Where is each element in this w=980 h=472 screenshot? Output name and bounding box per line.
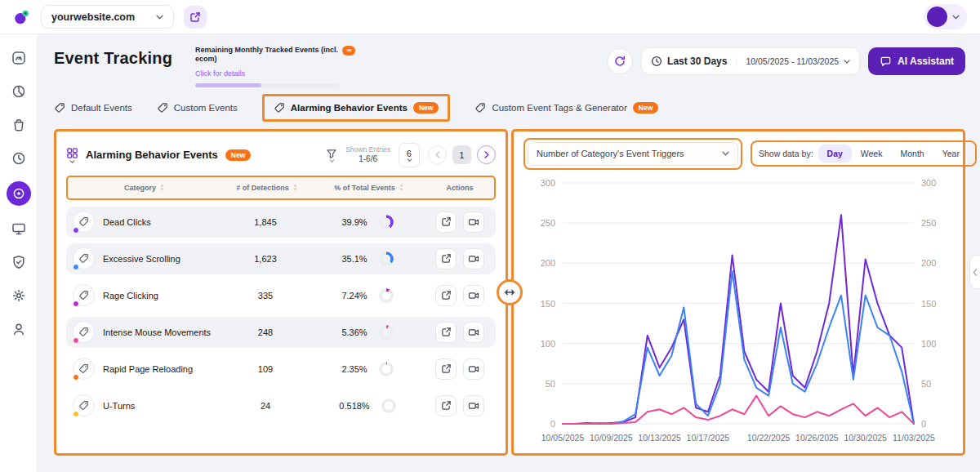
- period-week[interactable]: Week: [852, 145, 892, 163]
- tabs-row: Default Events Custom Events Alarming Be…: [54, 93, 965, 122]
- date-range-value: 10/05/2025 - 11/03/2025: [746, 56, 839, 66]
- tab-label: Custom Events: [174, 103, 238, 113]
- chevron-left-icon: [973, 269, 978, 276]
- next-page-button[interactable]: [477, 145, 496, 164]
- account-menu[interactable]: [924, 4, 967, 29]
- metric-selector-dropdown[interactable]: Number of Category's Event Triggers: [528, 142, 738, 166]
- column-header-of-total-events[interactable]: % of Total Events: [313, 184, 425, 192]
- svg-text:0: 0: [550, 419, 555, 429]
- show-data-by-control: Show data by: DayWeekMonthYear: [751, 140, 977, 167]
- date-range-control: Last 30 Days 10/05/2025 - 11/03/2025: [641, 47, 860, 75]
- dashboard-icon[interactable]: [8, 47, 29, 69]
- date-range-picker[interactable]: 10/05/2025 - 11/03/2025: [736, 56, 859, 66]
- svg-text:10/05/2025: 10/05/2025: [541, 433, 585, 443]
- open-category-events-button[interactable]: [435, 285, 457, 306]
- open-category-events-button[interactable]: [435, 212, 457, 233]
- column-header-category[interactable]: Category: [68, 184, 221, 192]
- svg-text:50: 50: [546, 378, 555, 388]
- column-header-of-detections[interactable]: # of Detections: [221, 184, 313, 192]
- chat-bubble-icon: [880, 56, 892, 68]
- table-row-rapid-page-reloading[interactable]: Rapid Page Reloading 109 2.35%: [66, 354, 496, 385]
- page-size-select[interactable]: 6: [399, 143, 420, 167]
- detections-count: 248: [220, 327, 311, 337]
- video-camera-icon: [468, 253, 479, 265]
- metric-selector-highlight: Number of Category's Event Triggers: [523, 138, 742, 170]
- percent-of-total: 0.518%: [339, 401, 369, 411]
- category-name: U-Turns: [103, 401, 135, 411]
- security-icon[interactable]: [8, 252, 29, 273]
- avatar: [927, 7, 947, 27]
- table-row-excessive-scrolling[interactable]: Excessive Scrolling 1,623 35.1%: [66, 243, 496, 274]
- analytics-icon[interactable]: [8, 81, 29, 102]
- table-row-dead-clicks[interactable]: Dead Clicks 1,845 39.9%: [66, 207, 496, 238]
- percent-of-total: 7.24%: [341, 291, 367, 301]
- site-selector-dropdown[interactable]: yourwebsite.com: [41, 5, 174, 29]
- orders-icon[interactable]: [8, 114, 29, 136]
- svg-text:0: 0: [921, 419, 926, 429]
- collapse-panel-handle[interactable]: [969, 255, 980, 289]
- chevron-down-icon: [722, 151, 729, 156]
- tab-default-events[interactable]: Default Events: [54, 102, 132, 114]
- tab-alarming-behavior-events[interactable]: Alarming Behavior Events New: [262, 94, 451, 122]
- open-category-events-button[interactable]: [435, 358, 457, 380]
- sessions-icon[interactable]: [8, 218, 29, 239]
- filter-button[interactable]: [326, 148, 337, 163]
- view-recordings-button[interactable]: [463, 212, 484, 233]
- period-day[interactable]: Day: [818, 145, 852, 163]
- detections-count: 1,845: [220, 217, 311, 227]
- view-recordings-button[interactable]: [463, 285, 484, 306]
- svg-text:250: 250: [541, 218, 555, 228]
- video-camera-icon: [468, 400, 479, 412]
- open-site-button[interactable]: [184, 6, 207, 29]
- refresh-icon: [613, 55, 626, 68]
- external-link-icon: [441, 253, 452, 264]
- chart-area: 00505010010015015020020025025030030010/0…: [523, 173, 953, 447]
- panel-layout-selector[interactable]: [66, 147, 78, 163]
- category-color-dot: [73, 337, 79, 344]
- period-preset-button[interactable]: Last 30 Days: [642, 56, 736, 67]
- open-category-events-button[interactable]: [435, 395, 457, 416]
- open-category-events-button[interactable]: [435, 322, 457, 343]
- settings-icon[interactable]: [8, 285, 29, 306]
- prev-page-button[interactable]: [428, 145, 447, 164]
- tab-label: Default Events: [71, 103, 132, 113]
- category-color-dot: [73, 264, 79, 270]
- svg-text:10/13/2025: 10/13/2025: [638, 433, 681, 443]
- sort-icon: [159, 184, 165, 191]
- horizontal-arrows-icon: [504, 287, 515, 298]
- show-data-by-label: Show data by:: [759, 149, 813, 158]
- table-row-intense-mouse-movements[interactable]: Intense Mouse Movements 248 5.36%: [66, 317, 496, 348]
- period-year[interactable]: Year: [933, 145, 969, 163]
- panel-resize-handle[interactable]: [497, 279, 523, 305]
- percent-donut-chart: [381, 399, 396, 413]
- table-row-u-turns[interactable]: U-Turns 24 0.518%: [66, 390, 496, 421]
- detections-count: 24: [220, 401, 311, 411]
- refresh-button[interactable]: [607, 48, 633, 74]
- account-icon[interactable]: [8, 318, 29, 340]
- period-preset-label: Last 30 Days: [667, 56, 727, 67]
- external-link-icon: [441, 363, 452, 374]
- history-icon[interactable]: [8, 148, 29, 169]
- main-content: Event Tracking Remaining Monthly Tracked…: [38, 34, 980, 472]
- event-tracking-icon[interactable]: [7, 181, 31, 206]
- tab-custom-event-tags-generator[interactable]: Custom Event Tags & Generator New: [474, 102, 658, 114]
- click-for-details-link[interactable]: Click for details: [195, 69, 245, 78]
- view-recordings-button[interactable]: [463, 358, 484, 380]
- view-recordings-button[interactable]: [463, 248, 484, 269]
- category-tag-icon: [73, 284, 95, 306]
- category-tag-icon: [73, 321, 95, 343]
- svg-text:100: 100: [921, 338, 936, 348]
- ai-assistant-button[interactable]: AI Assistant: [868, 47, 965, 75]
- percent-of-total: 39.9%: [341, 217, 367, 227]
- view-recordings-button[interactable]: [463, 395, 484, 416]
- sort-icon: [399, 184, 404, 191]
- pagination: 1: [428, 145, 496, 164]
- table-row-rage-clicking[interactable]: Rage Clicking 335 7.24%: [66, 280, 496, 311]
- view-recordings-button[interactable]: [463, 322, 484, 343]
- external-link-icon: [441, 216, 452, 227]
- external-link-icon: [189, 11, 201, 23]
- period-month[interactable]: Month: [891, 145, 933, 163]
- tab-custom-events[interactable]: Custom Events: [157, 102, 238, 114]
- open-category-events-button[interactable]: [435, 248, 457, 269]
- chevron-down-icon: [952, 15, 960, 20]
